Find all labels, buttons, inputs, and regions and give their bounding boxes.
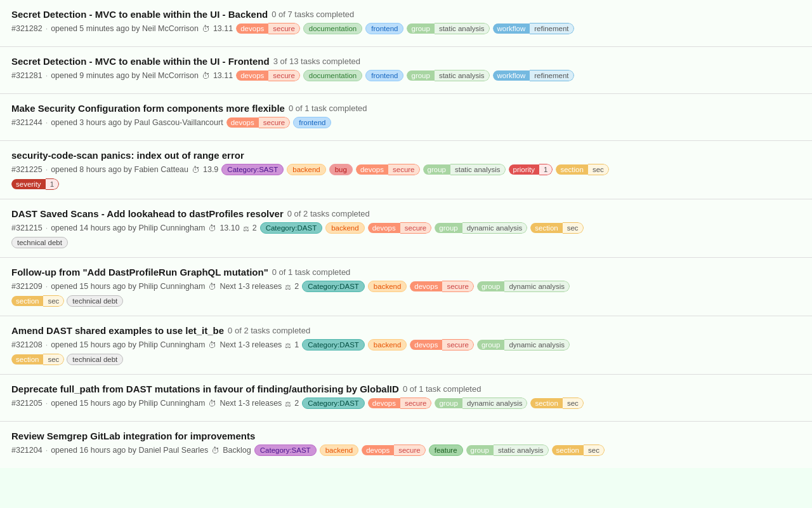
- issue-title-row: security-code-scan panics: index out of …: [11, 150, 801, 161]
- issue-title-row: Secret Detection - MVC to enable within …: [11, 56, 801, 67]
- issue-opened-by: opened 14 hours ago by Philip Cunningham: [51, 224, 205, 232]
- dot-separator: ·: [46, 165, 48, 174]
- issue-extra-tags-row: severity1: [11, 178, 801, 190]
- tag-devops-secure[interactable]: devopssecure: [368, 398, 432, 409]
- tag-section-sec[interactable]: sectionsec: [11, 354, 64, 365]
- issue-number[interactable]: #321204: [11, 446, 43, 455]
- task-count: 0 of 1 task completed: [289, 104, 367, 113]
- issue-opened-by: opened 9 minutes ago by Neil McCorrison: [51, 71, 199, 80]
- issue-number[interactable]: #321244: [11, 118, 43, 127]
- tag-frontend[interactable]: frontend: [365, 23, 403, 34]
- tag-devops-secure[interactable]: devopssecure: [410, 339, 474, 351]
- tag-section-sec[interactable]: sectionsec: [552, 444, 605, 456]
- tag-technical-debt[interactable]: technical debt: [67, 354, 123, 365]
- issue-number[interactable]: #321205: [11, 399, 43, 408]
- milestone-value: Next 1-3 releases: [219, 340, 282, 349]
- issue-item: DAST Saved Scans - Add lookahead to dast…: [0, 199, 812, 258]
- tag-devops-secure[interactable]: devopssecure: [236, 23, 300, 34]
- tag-group-dynamic[interactable]: groupdynamic analysis: [435, 222, 527, 234]
- issue-title[interactable]: Follow-up from "Add DastProfileRun Graph…: [11, 267, 268, 277]
- issue-number[interactable]: #321225: [11, 165, 43, 174]
- tag-category-sast[interactable]: Category:SAST: [221, 164, 284, 175]
- tag-group-dynamic[interactable]: groupdynamic analysis: [435, 398, 527, 409]
- tag-backend[interactable]: backend: [368, 281, 407, 292]
- issue-item: Deprecate full_path from DAST mutations …: [0, 375, 812, 422]
- issue-number[interactable]: #321282: [11, 24, 43, 33]
- tag-section-sec[interactable]: sectionsec: [530, 222, 583, 234]
- issue-opened-by: opened 3 hours ago by Paul Gascou-Vailla…: [51, 118, 223, 127]
- issue-number[interactable]: #321209: [11, 282, 43, 291]
- issue-number[interactable]: #321208: [11, 340, 43, 349]
- issue-item: security-code-scan panics: index out of …: [0, 141, 812, 199]
- tag-technical-debt[interactable]: technical debt: [11, 237, 68, 248]
- tag-backend[interactable]: backend: [287, 164, 325, 175]
- tag-group-static[interactable]: groupstatic analysis: [407, 70, 489, 81]
- tag-backend[interactable]: backend: [325, 222, 364, 234]
- tag-category-dast[interactable]: Category:DAST: [260, 222, 323, 234]
- tag-workflow-refinement[interactable]: workflowrefinement: [493, 70, 574, 81]
- issue-item: Make Security Configuration form compone…: [0, 94, 812, 141]
- issue-title-row: Deprecate full_path from DAST mutations …: [11, 384, 801, 394]
- issue-number[interactable]: #321281: [11, 71, 43, 80]
- tag-category-dast[interactable]: Category:DAST: [302, 398, 365, 409]
- tag-frontend[interactable]: frontend: [293, 117, 331, 128]
- tag-technical-debt[interactable]: technical debt: [67, 295, 123, 307]
- issue-item: Secret Detection - MVC to enable within …: [0, 47, 812, 94]
- issue-title[interactable]: Make Security Configuration form compone…: [11, 103, 285, 114]
- issue-opened-by: opened 8 hours ago by Fabien Catteau: [51, 165, 188, 174]
- milestone-icon: [211, 446, 219, 455]
- tag-section-sec[interactable]: sectionsec: [556, 164, 608, 175]
- tag-frontend[interactable]: frontend: [365, 70, 403, 81]
- tag-backend[interactable]: backend: [320, 444, 358, 456]
- tag-documentation[interactable]: documentation: [303, 23, 362, 34]
- milestone-value: 13.9: [203, 165, 218, 174]
- tag-group-dynamic[interactable]: groupdynamic analysis: [477, 281, 570, 292]
- milestone-icon: [202, 71, 210, 81]
- tag-category-sast[interactable]: Category:SAST: [254, 444, 317, 456]
- issue-meta-row: #321244 · opened 3 hours ago by Paul Gas…: [11, 117, 801, 128]
- issue-title[interactable]: Secret Detection - MVC to enable within …: [11, 56, 270, 67]
- tag-devops-secure[interactable]: devopssecure: [410, 281, 474, 292]
- issue-title[interactable]: Deprecate full_path from DAST mutations …: [11, 384, 399, 394]
- tag-severity[interactable]: severity1: [11, 178, 59, 190]
- tag-feature[interactable]: feature: [429, 444, 463, 456]
- issue-title[interactable]: DAST Saved Scans - Add lookahead to dast…: [11, 208, 284, 219]
- tag-devops-secure[interactable]: devopssecure: [356, 164, 420, 175]
- issue-extra-tags-row: sectionsec technical debt: [11, 354, 801, 365]
- issue-title-row: Make Security Configuration form compone…: [11, 103, 801, 114]
- dot-separator: ·: [46, 24, 48, 33]
- task-count: 0 of 2 tasks completed: [287, 209, 370, 218]
- tag-section-sec[interactable]: sectionsec: [530, 398, 583, 409]
- issue-meta-row: #321208 · opened 15 hours ago by Philip …: [11, 339, 801, 351]
- tag-devops-secure[interactable]: devopssecure: [362, 444, 426, 456]
- issue-title[interactable]: Secret Detection - MVC to enable within …: [11, 9, 268, 20]
- issue-opened-by: opened 5 minutes ago by Neil McCorrison: [51, 24, 199, 33]
- tag-priority[interactable]: priority1: [509, 164, 553, 175]
- tag-section-sec[interactable]: sectionsec: [11, 295, 64, 307]
- tag-group-static[interactable]: groupstatic analysis: [407, 23, 489, 34]
- task-count: 0 of 1 task completed: [272, 267, 351, 277]
- issue-meta-row: #321281 · opened 9 minutes ago by Neil M…: [11, 70, 801, 81]
- issue-number[interactable]: #321215: [11, 224, 43, 232]
- tag-workflow-refinement[interactable]: workflowrefinement: [493, 23, 574, 34]
- tag-category-dast[interactable]: Category:DAST: [302, 281, 365, 292]
- dot-separator: ·: [46, 340, 48, 349]
- tag-documentation[interactable]: documentation: [303, 70, 362, 81]
- dot-separator: ·: [46, 118, 48, 127]
- issue-title[interactable]: Review Semgrep GitLab integration for im…: [11, 431, 255, 441]
- tag-category-dast[interactable]: Category:DAST: [302, 339, 365, 351]
- tag-devops-secure[interactable]: devopssecure: [226, 117, 291, 128]
- tag-group-dynamic[interactable]: groupdynamic analysis: [477, 339, 570, 351]
- dot-separator: ·: [46, 71, 48, 80]
- milestone-value: 13.11: [213, 24, 233, 33]
- weight-value: 2: [294, 282, 299, 291]
- issue-list: Secret Detection - MVC to enable within …: [0, 0, 812, 468]
- tag-devops-secure[interactable]: devopssecure: [236, 70, 300, 81]
- tag-devops-secure[interactable]: devopssecure: [368, 222, 432, 234]
- issue-title[interactable]: Amend DAST shared examples to use let_it…: [11, 325, 224, 336]
- issue-title[interactable]: security-code-scan panics: index out of …: [11, 150, 244, 161]
- tag-group-static[interactable]: groupstatic analysis: [466, 444, 549, 456]
- tag-bug[interactable]: bug: [329, 164, 353, 175]
- tag-backend[interactable]: backend: [368, 339, 407, 351]
- tag-group-static[interactable]: groupstatic analysis: [423, 164, 506, 175]
